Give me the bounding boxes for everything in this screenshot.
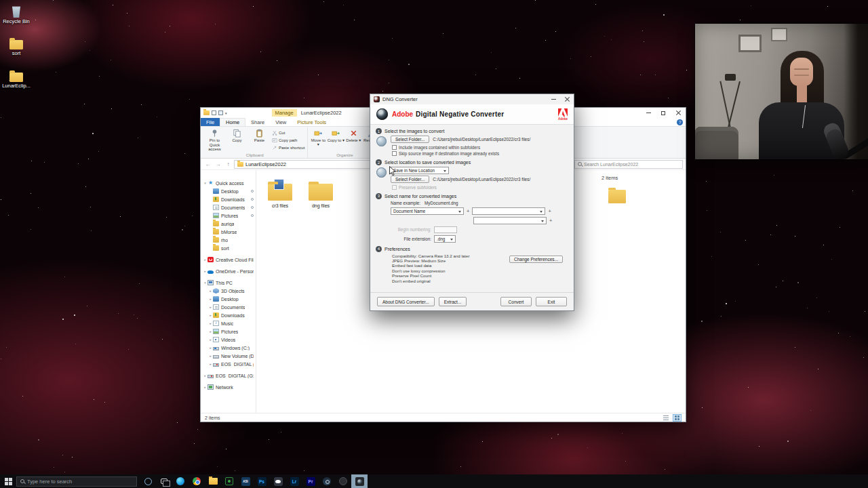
expand-arrow-icon[interactable]: ▸ xyxy=(208,305,213,309)
expand-arrow-icon[interactable]: ▸ xyxy=(208,338,213,342)
name-part-1-combo[interactable]: Document Name xyxy=(391,207,464,215)
thumbnail-view-button[interactable] xyxy=(673,414,682,422)
file-extension-combo[interactable]: .dng xyxy=(434,235,456,243)
taskbar-task-view[interactable] xyxy=(156,474,172,488)
select-source-folder-button[interactable]: Select Folder... xyxy=(391,136,429,143)
expand-arrow-icon[interactable]: ▸ xyxy=(208,354,213,358)
expand-arrow-icon[interactable]: ▸ xyxy=(203,373,208,378)
start-button[interactable] xyxy=(0,474,16,488)
taskbar-steam[interactable] xyxy=(319,474,335,488)
taskbar-file-explorer[interactable] xyxy=(205,474,221,488)
sidebar-item-windows-c[interactable]: ▸Windows (C:) xyxy=(201,344,256,352)
extract-button[interactable]: Extract... xyxy=(439,297,467,306)
dialog-close-button[interactable] xyxy=(560,94,574,104)
desktop-icon-lunareclip[interactable]: LunarEclip... xyxy=(0,70,33,89)
tab-share[interactable]: Share xyxy=(245,118,270,126)
sidebar-item-eos-digital-g[interactable]: ▸EOS_DIGITAL (G:) xyxy=(201,371,256,380)
sidebar-item-network[interactable]: ▸Network xyxy=(201,383,256,391)
file-dng-files[interactable]: dng files xyxy=(305,180,336,209)
ribbon-cut-button[interactable]: Cut xyxy=(271,129,306,136)
taskbar-search-input[interactable] xyxy=(27,479,133,485)
sidebar-item-quick-access[interactable]: ▾★Quick access xyxy=(201,179,256,187)
expand-arrow-icon[interactable]: ▾ xyxy=(203,281,208,285)
include-subfolders-checkbox[interactable] xyxy=(392,145,397,150)
forward-button[interactable]: → xyxy=(214,160,222,168)
sidebar-item-onedrive-personal[interactable]: ▸OneDrive - Personal xyxy=(201,267,256,275)
up-button[interactable]: ↑ xyxy=(224,160,233,168)
name-part-2-combo[interactable] xyxy=(472,207,545,215)
desktop-icon-recycle-bin[interactable]: Recycle Bin xyxy=(0,5,33,24)
sidebar-item-bmorse[interactable]: bMorse xyxy=(201,228,256,236)
tab-picture-tools[interactable]: Picture Tools xyxy=(292,118,332,126)
taskbar-green-app[interactable] xyxy=(221,474,237,488)
expand-arrow-icon[interactable]: ▸ xyxy=(203,385,208,389)
expand-arrow-icon[interactable]: ▸ xyxy=(208,362,213,366)
taskbar-dng-converter[interactable] xyxy=(351,474,368,488)
expand-arrow-icon[interactable]: ▸ xyxy=(203,258,208,262)
taskbar-chrome[interactable] xyxy=(189,474,205,488)
ribbon-copy-path-button[interactable]: Copy path xyxy=(271,136,306,144)
ribbon-paste-button[interactable]: Paste xyxy=(248,127,271,153)
sidebar-item-desktop[interactable]: Desktop xyxy=(201,187,256,195)
ribbon-pin-to-quick-access-button[interactable]: Pin to Quick access xyxy=(203,127,226,153)
sidebar-item-documents[interactable]: Documents xyxy=(201,203,256,211)
ribbon-delete-button[interactable]: Delete ▾ xyxy=(344,127,362,144)
taskbar-photoshop[interactable]: Ps xyxy=(254,474,270,488)
file-cr3-files[interactable]: cr3 files xyxy=(264,180,296,209)
taskbar-premiere[interactable]: Pr xyxy=(302,474,319,488)
search-input[interactable] xyxy=(584,162,679,167)
properties-icon[interactable] xyxy=(212,110,216,115)
sidebar-item-eos-digital-g[interactable]: ▸EOS_DIGITAL (G:) xyxy=(201,360,256,368)
tab-view[interactable]: View xyxy=(270,118,292,126)
taskbar-lightroom[interactable]: Lr xyxy=(286,474,302,488)
taskbar-asi-studio[interactable]: ASI xyxy=(237,474,254,488)
expand-arrow-icon[interactable]: ▸ xyxy=(203,269,208,273)
sidebar-item-creative-cloud-files[interactable]: ▸Creative Cloud Files xyxy=(201,256,256,264)
ribbon-move-to-button[interactable]: Move to ▾ xyxy=(309,127,327,148)
ribbon-copy-to-button[interactable]: Copy to ▾ xyxy=(327,127,344,144)
name-part-3-combo[interactable] xyxy=(473,217,547,224)
expand-arrow-icon[interactable]: ▸ xyxy=(208,297,213,301)
sidebar-item-3d-objects[interactable]: ▸3D Objects xyxy=(201,287,256,295)
taskbar-dark-app[interactable] xyxy=(335,474,351,488)
sidebar-item-music[interactable]: ▸Music xyxy=(201,319,256,327)
sidebar-item-rho[interactable]: rho xyxy=(201,236,256,244)
ribbon-paste-shortcut-button[interactable]: Paste shortcut xyxy=(271,144,306,151)
expand-arrow-icon[interactable]: ▸ xyxy=(208,289,213,293)
expand-arrow-icon[interactable]: ▸ xyxy=(208,313,213,317)
sidebar-item-pictures[interactable]: ▸Pictures xyxy=(201,327,256,336)
sidebar-item-sort[interactable]: sort xyxy=(201,244,256,252)
help-icon[interactable]: ? xyxy=(677,119,683,125)
expand-arrow-icon[interactable]: ▸ xyxy=(208,346,213,350)
select-destination-folder-button[interactable]: Select Folder... xyxy=(391,176,429,183)
taskbar-discord[interactable] xyxy=(270,474,286,488)
sidebar-item-new-volume-d[interactable]: ▸New Volume (D:) xyxy=(201,352,256,360)
change-preferences-button[interactable]: Change Preferences... xyxy=(509,256,563,263)
new-folder-qat-icon[interactable] xyxy=(218,110,223,115)
back-button[interactable]: ← xyxy=(203,160,212,168)
search-box[interactable] xyxy=(574,160,683,169)
sidebar-item-documents[interactable]: ▸Documents xyxy=(201,303,256,311)
sidebar-item-videos[interactable]: ▸Videos xyxy=(201,336,256,344)
sidebar-item-downloads[interactable]: Downloads xyxy=(201,195,256,203)
exit-button[interactable]: Exit xyxy=(536,297,567,306)
tab-home[interactable]: Home xyxy=(220,118,245,126)
save-location-combo[interactable]: Save in New Location xyxy=(391,167,449,174)
taskbar-cortana[interactable] xyxy=(140,474,156,488)
sidebar-item-desktop[interactable]: ▸Desktop xyxy=(201,295,256,303)
customize-toolbar-chevron-icon[interactable]: ▾ xyxy=(225,111,227,115)
dialog-minimize-button[interactable] xyxy=(547,94,560,104)
desktop-icon-sort[interactable]: sort xyxy=(0,38,33,56)
convert-button[interactable]: Convert xyxy=(500,297,532,306)
close-button[interactable] xyxy=(671,108,686,118)
tab-file[interactable]: File xyxy=(201,118,220,126)
ribbon-copy-button[interactable]: Copy xyxy=(226,127,248,153)
expand-arrow-icon[interactable]: ▸ xyxy=(208,321,213,325)
expand-arrow-icon[interactable]: ▸ xyxy=(208,329,213,333)
skip-existing-checkbox[interactable] xyxy=(392,151,397,156)
expand-arrow-icon[interactable]: ▾ xyxy=(203,181,208,185)
details-view-button[interactable] xyxy=(661,414,670,422)
sidebar-item-this-pc[interactable]: ▾This PC xyxy=(201,279,256,287)
sidebar-item-downloads[interactable]: ▸Downloads xyxy=(201,311,256,319)
taskbar-edge[interactable] xyxy=(172,474,189,488)
